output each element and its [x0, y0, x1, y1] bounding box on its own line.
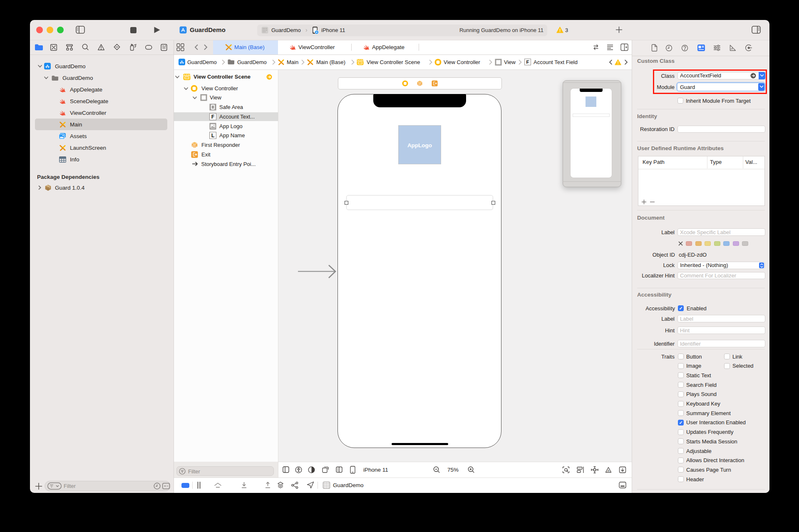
svg-text:A: A: [607, 469, 609, 473]
